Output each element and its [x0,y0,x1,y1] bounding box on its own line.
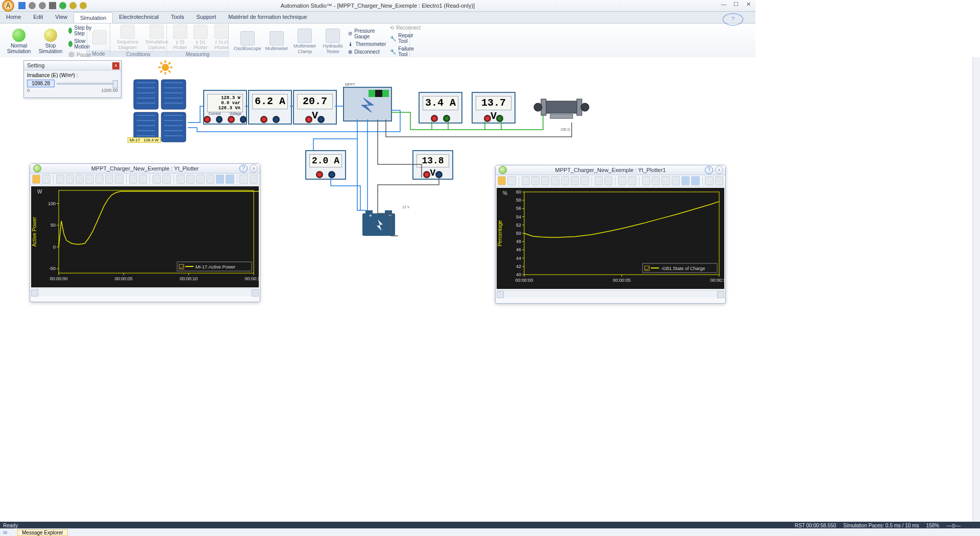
tool-fit-icon[interactable] [85,175,93,184]
tool-hzoom-icon[interactable] [561,176,569,185]
power-meter[interactable]: 128.3 W0.0 var128.3 VA CurrentVoltage [203,90,247,125]
tool-hzoom-icon[interactable] [95,175,104,184]
setting-panel[interactable]: Setting× Irradiance (E) (W/m²) : 01200.0… [23,60,121,98]
tool-grid1-icon[interactable] [216,175,224,184]
tool-marker2-icon[interactable] [604,176,612,185]
tool-view-icon[interactable] [196,175,204,184]
tool-lock-icon[interactable] [705,176,713,185]
plot-scrollbar[interactable] [497,290,724,298]
tool-marker1-icon[interactable] [595,176,603,185]
plot-help-icon[interactable]: ? [705,166,713,174]
tool-grid2-icon[interactable] [691,176,699,185]
tool-grid2-icon[interactable] [226,175,234,184]
solar-panel[interactable] [132,78,188,144]
irradiance-slider[interactable] [57,83,118,85]
plot-help-icon[interactable]: ? [239,164,248,173]
tool-zoom-in-icon[interactable] [522,176,530,185]
tool-fit-icon[interactable] [551,176,559,185]
multimeter-clamp-button[interactable]: Multimeter Clamp [290,29,320,54]
maximize-button[interactable]: ☐ [732,1,740,8]
close-button[interactable]: ✕ [744,1,752,8]
tool-play-icon[interactable] [498,176,506,185]
thermometer-button[interactable]: 🌡 Thermometer [346,41,388,47]
tool-lock-icon[interactable] [239,175,248,184]
tab-simulation[interactable]: Simulation [74,12,113,23]
setting-title[interactable]: Setting× [24,61,121,70]
voltmeter-output[interactable]: 13.7 V [472,92,516,124]
plot-power-icon[interactable] [33,164,41,173]
tool-label-icon[interactable] [162,175,170,184]
tab-home[interactable]: Home [0,12,27,23]
stop-simulation-button[interactable]: Stop Simulation [35,29,66,54]
battery-icon[interactable]: +− [360,208,397,238]
plot-expand-icon[interactable]: › [250,164,258,173]
normal-simulation-button[interactable]: Normal Simulation [3,29,35,54]
tool-more-icon[interactable] [250,175,258,184]
plot-scrollbar[interactable] [31,288,259,296]
tool-snapshot-icon[interactable] [652,176,660,185]
tool-note-icon[interactable] [618,176,626,185]
help-button[interactable]: ? [723,13,743,26]
hydraulic-tester-button[interactable]: Hydraulic Tester [320,29,346,54]
plot-power-icon[interactable] [499,166,507,174]
app-logo[interactable]: A [2,0,14,12]
disconnect-button[interactable]: ⊗ Disconnect [346,48,388,55]
tab-materiel[interactable]: Matériel de formation technique [222,12,313,23]
failure-tool-button[interactable]: 🔧 Failure Tool [388,45,423,58]
zxy-plotter-button[interactable]: z (x,y) Plotter [211,25,232,50]
plotter-left[interactable]: MPPT_Charger_New_Exemple : Yt_Plotter ? … [30,163,260,302]
tool-export-icon[interactable] [642,176,650,185]
ammeter-input[interactable]: 6.2 A [248,90,292,125]
minimize-button[interactable]: — [720,1,728,8]
plotter-right[interactable]: MPPT_Charger_New_Exemple : Yt_Plotter1 ?… [495,165,726,304]
tool-pan-icon[interactable] [541,176,549,185]
irradiance-input[interactable] [27,80,55,87]
tool-snapshot-icon[interactable] [186,175,194,184]
tool-zoom-out-icon[interactable] [66,175,74,184]
repair-tool-button[interactable]: 🔧 Repair Tool [388,32,423,44]
tab-edit[interactable]: Edit [27,12,49,23]
voltmeter-input[interactable]: 20.7 V [293,90,337,125]
load-motor[interactable] [531,94,592,123]
tool-more-icon[interactable] [715,176,723,185]
tool-marker2-icon[interactable] [139,175,147,184]
qat-play-icon[interactable] [59,2,66,9]
tool-zoom-in-icon[interactable] [56,175,64,184]
tab-electrotechnical[interactable]: Electrotechnical [113,12,165,23]
tool-reset-icon[interactable] [42,175,50,184]
ammeter-output[interactable]: 3.4 A [419,92,462,124]
multimeter-button[interactable]: Multimeter [263,31,290,51]
yt-plotter-button[interactable]: y (t) Plotter [170,25,190,50]
oscilloscope-button[interactable]: Oscilloscope [232,31,263,51]
tool-marker1-icon[interactable] [129,175,137,184]
plot-chart-left[interactable]: -5005010000:00:0000:00:0500:00:1000:00:1… [31,186,259,287]
reconnect-button[interactable]: ⟲ Reconnect [388,25,423,31]
mppt-controller[interactable]: MPPT [343,87,392,121]
workspace[interactable]: Setting× Irradiance (E) (W/m²) : 01200.0… [0,57,755,413]
qat-print-icon[interactable] [49,2,56,9]
tool-note-icon[interactable] [153,175,161,184]
tool-cursor-icon[interactable] [105,175,113,184]
plot-chart-right[interactable]: 404244464850525456586000:00:0000:00:0500… [497,188,724,289]
tool-reset-icon[interactable] [507,176,516,185]
plot-expand-icon[interactable]: › [715,166,723,174]
tool-color-icon[interactable] [206,175,214,184]
tool-label-icon[interactable] [628,176,636,185]
tool-zoom-out-icon[interactable] [531,176,540,185]
qat-pause-icon[interactable] [69,2,77,9]
close-icon[interactable]: × [112,62,119,69]
tab-tools[interactable]: Tools [165,12,190,23]
tool-color-icon[interactable] [672,176,680,185]
sequence-diagram-button[interactable]: Sequence Diagram [113,25,142,50]
yx-plotter-button[interactable]: y (x) Plotter [190,25,211,50]
tool-grid1-icon[interactable] [681,176,690,185]
tool-time-icon[interactable] [115,175,123,184]
tool-time-icon[interactable] [580,176,589,185]
tool-play-icon[interactable] [32,175,40,184]
qat-stop-icon[interactable] [80,2,87,9]
tool-view-icon[interactable] [662,176,670,185]
pressure-gauge-button[interactable]: ⊘ Pressure Gauge [346,28,388,40]
ammeter-battery[interactable]: 2.0 A [305,150,346,180]
qat-redo-icon[interactable] [39,2,46,9]
tool-export-icon[interactable] [177,175,185,184]
